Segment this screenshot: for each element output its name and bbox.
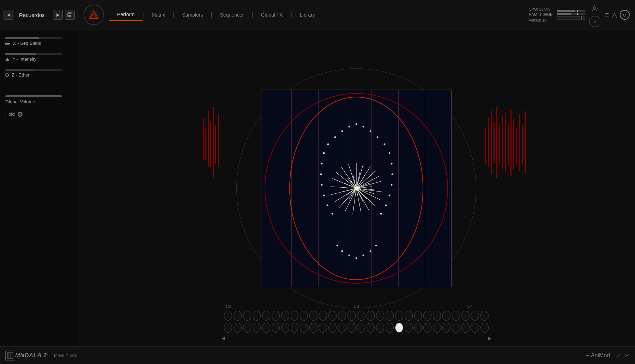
tool-icons: ⟋ ✂ [615,352,630,359]
next-preset-button[interactable]: ▶ [53,10,63,20]
y-slider[interactable] [5,53,62,55]
note-c4: C4 [467,304,473,309]
piano-key[interactable] [309,311,318,321]
volume-label: Global Volume [5,99,72,104]
prev-preset-button[interactable]: ◀ [4,10,13,20]
piano-key[interactable] [405,323,413,333]
svg-rect-75 [205,128,206,160]
piano-key[interactable] [461,323,470,333]
piano-key[interactable] [319,323,327,333]
piano-key[interactable] [480,311,489,321]
piano-key[interactable] [253,311,261,321]
save-button[interactable] [65,10,75,20]
piano-key[interactable] [224,323,232,333]
svg-rect-93 [519,114,520,171]
tool1-icon[interactable]: ⟋ [615,352,622,359]
visualizer[interactable]: // dots around ellipse [233,65,480,312]
hold-button[interactable] [18,112,23,117]
piano-key[interactable] [234,311,242,321]
info-icon[interactable]: ℹ [589,16,600,27]
piano-key[interactable] [414,323,422,333]
piano-key[interactable] [386,323,394,333]
piano-key[interactable] [328,323,337,333]
piano-key[interactable] [272,323,280,333]
piano-key[interactable] [357,323,365,333]
piano-key[interactable] [328,311,337,321]
svg-rect-95 [525,111,526,174]
piano-key[interactable] [281,323,289,333]
piano-key[interactable] [405,311,413,321]
piano-key[interactable] [386,311,394,321]
main-visualizer-area: // dots around ellipse [78,30,635,346]
piano-key[interactable] [347,311,356,321]
piano-key[interactable] [423,311,431,321]
piano-key[interactable] [309,323,318,333]
svg-rect-92 [516,128,517,164]
tab-global-fx[interactable]: Global FX [253,9,290,20]
tool2-icon[interactable]: ✂ [624,352,630,359]
nav-right: CPU: 13.0% RAM: 1.09GB Voices: 10 ℹ ≡ △ … [523,2,635,27]
piano-key[interactable] [442,323,450,333]
volume-slider[interactable] [5,95,62,97]
piano-key[interactable] [461,311,470,321]
level-meters [557,10,585,20]
piano-key[interactable] [395,311,403,321]
piano-key[interactable] [423,323,431,333]
piano-key[interactable] [376,311,384,321]
tab-library[interactable]: Library [292,9,323,20]
piano-key[interactable] [433,311,441,321]
piano-key[interactable] [376,323,384,333]
piano-key[interactable] [291,311,299,321]
top-navigation: ◀ Recuerdos ▶ Perform | Matrix | Sampler… [0,0,635,30]
x-label: X - Seq Blend [5,41,72,46]
x-slider[interactable] [5,37,62,39]
piano-key[interactable] [347,323,356,333]
tab-matrix[interactable]: Matrix [144,9,173,20]
piano-key[interactable] [224,311,232,321]
piano-key[interactable] [452,323,460,333]
piano-key[interactable] [243,311,251,321]
piano-key[interactable] [471,323,479,333]
piano-key[interactable] [281,311,289,321]
piano-key[interactable] [395,323,403,333]
tab-sequencer[interactable]: Sequencer [212,9,252,20]
piano-key[interactable] [291,323,299,333]
piano-key[interactable] [338,311,346,321]
svg-rect-87 [502,116,503,169]
piano-key[interactable] [480,323,489,333]
tab-perform[interactable]: Perform [109,9,143,21]
piano-key[interactable] [338,323,346,333]
svg-rect-86 [499,125,500,164]
svg-point-6 [594,7,596,10]
piano-key[interactable] [319,311,327,321]
svg-rect-91 [513,120,514,169]
piano-key[interactable] [433,323,441,333]
piano-key[interactable] [442,311,450,321]
piano-key[interactable] [357,311,365,321]
piano-key[interactable] [471,311,479,321]
svg-point-43 [352,184,361,193]
piano-key[interactable] [243,323,251,333]
piano-key[interactable] [234,323,242,333]
hold-control: Hold [5,111,72,117]
settings-icon[interactable] [589,2,600,14]
tab-samplers[interactable]: Samplers [174,9,211,20]
starburst [321,153,392,224]
piano-key[interactable] [367,323,375,333]
piano-key[interactable] [452,311,460,321]
piano-key[interactable] [414,311,422,321]
piano-key[interactable] [262,323,270,333]
svg-rect-79 [215,125,216,164]
z-slider[interactable] [5,69,62,71]
animod-label: ⌁ AniMod [586,352,610,359]
piano-key[interactable] [300,323,308,333]
lines-icon [5,42,10,45]
piano-key[interactable] [367,311,375,321]
piano-key[interactable] [300,311,308,321]
piano-key[interactable] [262,311,270,321]
keyboard-next-button[interactable]: ▶ [485,334,494,342]
svg-rect-82 [488,118,489,167]
piano-key[interactable] [272,311,280,321]
piano-key[interactable] [253,323,261,333]
keyboard-prev-button[interactable]: ◀ [219,334,227,342]
